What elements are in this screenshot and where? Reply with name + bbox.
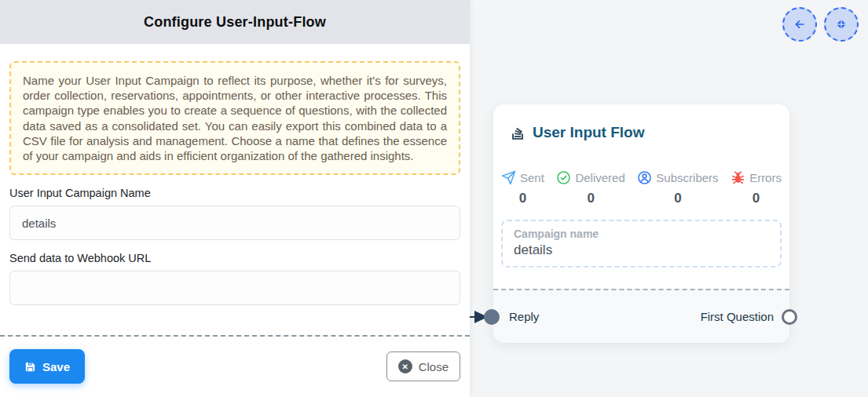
campaign-name-label: User Input Campaign Name <box>9 187 460 199</box>
stat-subscribers-label: Subscribers <box>656 171 718 184</box>
save-floppy-icon <box>24 361 36 373</box>
dialog-header: Configure User-Input-Flow <box>0 0 470 44</box>
flow-canvas[interactable]: User Input Flow Sent 0 <box>470 0 868 397</box>
campaign-name-display-value: details <box>514 242 769 258</box>
node-stats-row: Sent 0 Delivered 0 <box>493 170 789 206</box>
save-button-label: Save <box>42 360 70 373</box>
webhook-url-input[interactable] <box>9 271 460 305</box>
canvas-toolbar <box>782 7 859 42</box>
stat-errors-label: Errors <box>749 171 782 184</box>
stat-sent-label: Sent <box>520 171 544 184</box>
dialog-body: Name your User Input Campaign to reflect… <box>0 61 470 305</box>
close-button-label: Close <box>419 360 449 373</box>
campaign-name-display-label: Campaign name <box>514 228 769 240</box>
bug-icon <box>731 170 745 185</box>
back-button[interactable] <box>782 7 817 42</box>
stat-errors: Errors 0 <box>731 170 782 206</box>
stack-icon <box>509 124 526 141</box>
campaign-name-input[interactable] <box>9 206 460 240</box>
fit-view-icon <box>835 18 848 31</box>
paper-plane-icon <box>501 170 516 185</box>
first-question-handle[interactable] <box>782 309 797 325</box>
stat-subscribers-value: 0 <box>674 191 681 206</box>
configure-dialog: Configure User-Input-Flow Name your User… <box>0 0 470 397</box>
check-circle-icon <box>556 170 571 185</box>
dialog-footer: Save ✕ Close <box>0 335 470 397</box>
node-title: User Input Flow <box>533 124 645 141</box>
back-arrow-icon <box>792 16 808 32</box>
info-note: Name your User Input Campaign to reflect… <box>9 61 460 175</box>
stat-delivered: Delivered 0 <box>556 170 624 206</box>
dialog-title: Configure User-Input-Flow <box>144 14 326 31</box>
close-button[interactable]: ✕ Close <box>386 351 460 381</box>
stat-delivered-label: Delivered <box>575 171 624 184</box>
stat-sent: Sent 0 <box>501 170 544 206</box>
close-circle-icon: ✕ <box>398 359 412 373</box>
user-circle-icon <box>637 170 652 185</box>
fit-view-button[interactable] <box>824 7 859 42</box>
stat-sent-value: 0 <box>519 191 526 206</box>
user-input-flow-node[interactable]: User Input Flow Sent 0 <box>493 104 789 343</box>
campaign-name-display: Campaign name details <box>501 220 782 268</box>
node-footer: Reply First Question <box>493 289 789 343</box>
webhook-url-label: Send data to Webhook URL <box>9 252 460 264</box>
stat-delivered-value: 0 <box>587 191 594 206</box>
stat-errors-value: 0 <box>753 191 760 206</box>
app-window: Configure User-Input-Flow Name your User… <box>0 0 868 397</box>
node-title-row: User Input Flow <box>493 104 789 141</box>
reply-handle[interactable] <box>484 309 500 325</box>
stat-subscribers: Subscribers 0 <box>637 170 718 206</box>
first-question-label: First Question <box>701 310 774 323</box>
reply-label: Reply <box>509 310 539 323</box>
save-button[interactable]: Save <box>9 349 85 384</box>
